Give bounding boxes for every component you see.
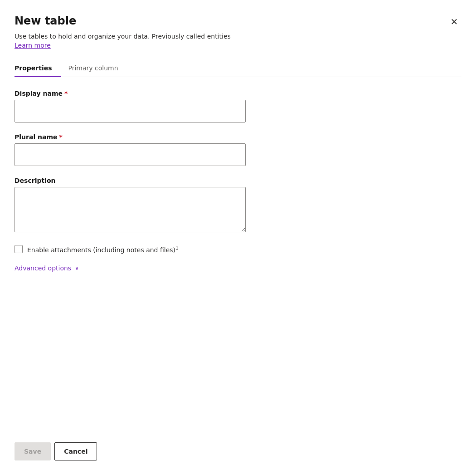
tab-primary-column[interactable]: Primary column (61, 60, 126, 77)
close-button[interactable]: ✕ (447, 15, 461, 29)
save-button[interactable]: Save (15, 442, 51, 460)
plural-name-field-group: Plural name * (15, 133, 461, 166)
title-area: New table (15, 15, 76, 27)
cancel-button[interactable]: Cancel (54, 442, 97, 460)
enable-attachments-label: Enable attachments (including notes and … (27, 245, 179, 254)
description-label: Description (15, 177, 461, 184)
dialog-footer: Save Cancel (15, 431, 461, 475)
tab-bar: Properties Primary column (15, 60, 461, 77)
new-table-dialog: New table ✕ Use tables to hold and organ… (0, 0, 476, 475)
chevron-down-icon: ∨ (75, 265, 79, 271)
description-field-group: Description (15, 177, 461, 234)
dialog-title: New table (15, 15, 76, 27)
tab-properties[interactable]: Properties (15, 60, 61, 77)
dialog-subtitle: Use tables to hold and organize your dat… (15, 33, 461, 40)
description-input[interactable] (15, 187, 246, 232)
plural-name-input[interactable] (15, 143, 246, 166)
properties-form: Display name * Plural name * Description… (15, 90, 461, 431)
display-name-input[interactable] (15, 100, 246, 122)
display-name-field-group: Display name * (15, 90, 461, 122)
learn-more-link[interactable]: Learn more (15, 42, 461, 49)
plural-name-required-star: * (59, 133, 63, 141)
enable-attachments-checkbox[interactable] (15, 245, 23, 253)
enable-attachments-row: Enable attachments (including notes and … (15, 245, 461, 254)
advanced-options-button[interactable]: Advanced options ∨ (15, 264, 79, 272)
dialog-header: New table ✕ (15, 15, 461, 29)
advanced-options-label: Advanced options (15, 264, 71, 272)
display-name-required-star: * (64, 90, 68, 97)
display-name-label: Display name * (15, 90, 461, 97)
plural-name-label: Plural name * (15, 133, 461, 141)
enable-attachments-superscript: 1 (175, 245, 179, 251)
